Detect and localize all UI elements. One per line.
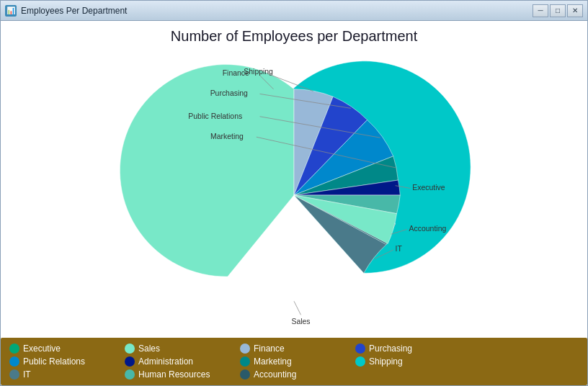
label-sales: Sales [291,317,310,325]
legend-dot-sales [125,344,135,354]
legend-dot-marketing [240,356,250,367]
legend-dot-shipping [355,356,365,367]
legend-dot-finance [240,344,250,354]
legend-item-accounting: Accounting [240,369,355,380]
legend: Executive Sales Finance Purchasing Publi… [1,338,587,385]
label-purchasing: Purchasing [210,89,248,97]
legend-label-executive: Executive [23,344,61,354]
legend-dot-human-resources [125,369,135,380]
legend-dot-administration [125,356,135,367]
legend-dot-public-relations [9,356,19,367]
label-marketing: Marketing [210,133,244,140]
legend-item-sales: Sales [125,344,240,354]
legend-label-marketing: Marketing [254,356,292,367]
pie-chart: Shipping IT Accounting Executive Sales F… [114,58,474,332]
legend-label-shipping: Shipping [369,356,403,367]
legend-label-finance: Finance [254,344,285,354]
window-controls: ─ □ ✕ [533,4,583,17]
legend-item-administration: Administration [125,356,240,367]
label-finance: Finance [223,68,249,76]
legend-label-public-relations: Public Relations [23,356,85,367]
legend-item-marketing: Marketing [240,356,355,367]
legend-label-purchasing: Purchasing [369,344,412,354]
legend-label-administration: Administration [138,356,193,367]
titlebar: 📊 Employees Per Department ─ □ ✕ [1,1,587,21]
label-executive: Executive [412,184,445,192]
legend-label-human-resources: Human Resources [138,369,210,380]
legend-item-shipping: Shipping [355,356,471,367]
legend-item-finance: Finance [240,344,355,354]
chart-title: Number of Employees per Department [8,28,580,45]
chart-content: Number of Employees per Department [1,21,587,385]
window-title: Employees Per Department [21,6,533,16]
legend-label-it: IT [23,369,31,380]
label-public-relations: Public Relations [188,112,242,120]
legend-label-sales: Sales [138,344,160,354]
legend-dot-it [9,369,19,380]
legend-item-human-resources: Human Resources [125,369,240,380]
maximize-button[interactable]: □ [550,4,566,17]
main-window: 📊 Employees Per Department ─ □ ✕ Number … [0,0,588,386]
svg-line-4 [294,301,301,315]
chart-area: Shipping IT Accounting Executive Sales F… [8,52,580,338]
legend-item-purchasing: Purchasing [355,344,471,354]
legend-item-executive: Executive [9,344,125,354]
legend-dot-accounting [240,369,250,380]
minimize-button[interactable]: ─ [533,4,548,17]
legend-item-it: IT [9,369,125,380]
legend-item-public-relations: Public Relations [9,356,125,367]
legend-dot-purchasing [355,344,365,354]
label-it: IT [396,244,403,252]
legend-dot-executive [9,344,19,354]
label-accounting: Accounting [409,225,447,233]
legend-label-accounting: Accounting [254,369,296,380]
app-icon: 📊 [5,5,17,17]
close-button[interactable]: ✕ [567,4,583,17]
